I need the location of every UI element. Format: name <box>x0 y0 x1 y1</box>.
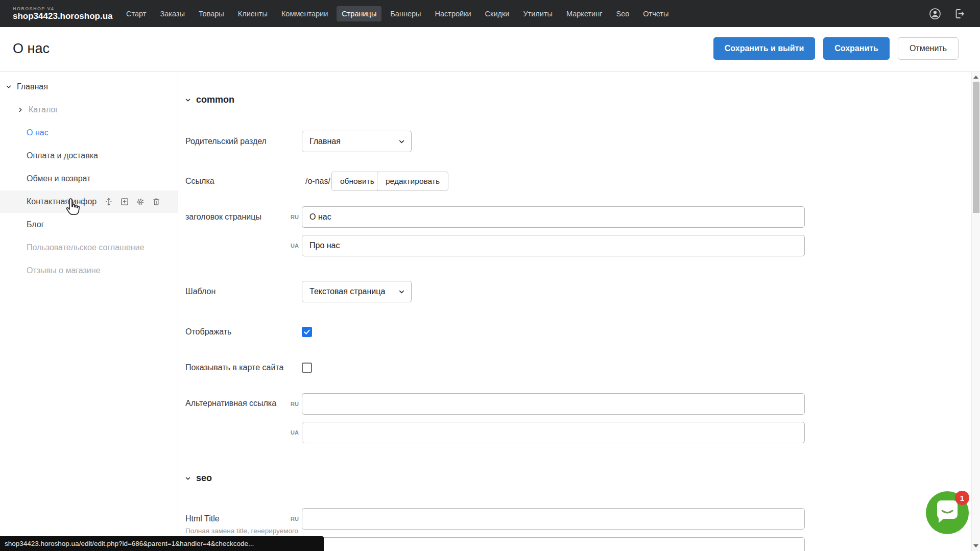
section-seo-title: seo <box>196 473 212 484</box>
chevron-down-icon <box>398 138 405 146</box>
trash-icon[interactable] <box>152 197 161 206</box>
sidebar-item-label: Каталог <box>29 105 58 114</box>
sidebar-item-kontaktnaya[interactable]: Контактная инфор <box>0 190 178 213</box>
nav-seo[interactable]: Seo <box>611 6 635 21</box>
sidebar-item-blog[interactable]: Блог <box>0 213 178 236</box>
chat-unread-badge: 1 <box>955 491 969 505</box>
parent-section-label: Родительский раздел <box>185 136 267 147</box>
sidebar-item-label: Блог <box>27 220 44 229</box>
link-label: Ссылка <box>185 176 214 187</box>
lang-tag-ru: RU <box>283 400 299 408</box>
page-title: О нас <box>13 41 50 57</box>
html-title-label: Html Title <box>185 513 220 524</box>
template-label: Шаблон <box>185 286 216 297</box>
save-and-exit-button[interactable]: Сохранить и выйти <box>713 37 815 60</box>
section-common-title: common <box>196 94 234 105</box>
nav-pages[interactable]: Страницы <box>337 6 381 21</box>
nav-settings[interactable]: Настройки <box>429 6 476 21</box>
sidebar-item-label: О нас <box>27 128 49 137</box>
sidebar-item-label: Обмен и возврат <box>27 174 90 183</box>
sidebar-item-label: Оплата и доставка <box>27 151 98 160</box>
chevron-right-icon[interactable] <box>17 106 24 113</box>
sidebar-item-soglashenie[interactable]: Пользовательское соглашение <box>0 236 178 259</box>
sidebar-item-obmen[interactable]: Обмен и возврат <box>0 167 178 190</box>
html-title-ru-input[interactable] <box>302 508 805 530</box>
html-title-hint: Полная замена title, генерируемого <box>185 526 298 535</box>
section-seo-toggle[interactable]: seo <box>184 473 212 484</box>
scrollbar-up-arrow[interactable] <box>973 76 978 79</box>
logo-domain: shop34423.horoshop.ua <box>13 11 115 21</box>
lang-tag-ru: RU <box>283 213 299 221</box>
alt-link-label: Альтернативная ссылка <box>185 398 276 409</box>
topbar-icons <box>929 8 966 20</box>
lang-tag-ua: UA <box>283 429 299 436</box>
header-buttons: Сохранить и выйти Сохранить Отменить <box>713 37 959 60</box>
sidebar-item-glavnaya[interactable]: Главная <box>0 76 178 98</box>
sidebar-item-otzyvy[interactable]: Отзывы о магазине <box>0 259 178 282</box>
page-header: О нас Сохранить и выйти Сохранить Отмени… <box>0 27 980 72</box>
template-value: Текстовая страница <box>309 287 385 296</box>
topbar: HOROSHOP V4 shop34423.horoshop.ua Старт … <box>0 0 980 27</box>
main-nav: Старт Заказы Товары Клиенты Комментарии … <box>121 6 674 21</box>
lang-tag-ua: UA <box>283 242 299 249</box>
status-url-tooltip: shop34423.horoshop.ua/edit/edit.php?id=6… <box>0 536 324 551</box>
gear-icon[interactable] <box>136 197 145 206</box>
parent-section-value: Главная <box>309 137 341 146</box>
display-checkbox[interactable] <box>302 327 312 337</box>
tree-row-actions <box>104 197 161 206</box>
chevron-down-icon <box>184 475 192 482</box>
chevron-down-icon[interactable] <box>5 83 12 90</box>
chevron-down-icon <box>398 288 405 296</box>
sidebar-item-label: Пользовательское соглашение <box>27 243 144 252</box>
nav-clients[interactable]: Клиенты <box>233 6 273 21</box>
vertical-scrollbar[interactable] <box>971 72 980 551</box>
nav-banners[interactable]: Баннеры <box>385 6 426 21</box>
link-edit-button[interactable]: редактировать <box>377 172 448 191</box>
link-path-value: /o-nas/ <box>305 176 330 187</box>
nav-comments[interactable]: Комментарии <box>276 6 333 21</box>
nav-start[interactable]: Старт <box>121 6 151 21</box>
page-title-field-label: заголовок страницы <box>185 211 261 223</box>
lang-tag-ru: RU <box>283 515 299 522</box>
logout-icon[interactable] <box>953 8 966 20</box>
nav-reports[interactable]: Отчеты <box>638 6 674 21</box>
nav-marketing[interactable]: Маркетинг <box>561 6 608 21</box>
section-common-toggle[interactable]: common <box>184 94 234 105</box>
sidebar-item-katalog[interactable]: Каталог <box>0 99 178 121</box>
logo[interactable]: HOROSHOP V4 shop34423.horoshop.ua <box>13 6 115 21</box>
scrollbar-down-arrow[interactable] <box>973 544 978 547</box>
template-select[interactable]: Текстовая страница <box>302 281 412 302</box>
link-update-button[interactable]: обновить <box>331 172 383 191</box>
save-button[interactable]: Сохранить <box>823 37 890 60</box>
sidebar-item-oplata[interactable]: Оплата и доставка <box>0 145 178 167</box>
alt-link-ua-input[interactable] <box>302 422 805 443</box>
display-label: Отображать <box>185 326 231 338</box>
add-icon[interactable] <box>120 197 129 206</box>
page-title-ru-input[interactable] <box>302 206 805 228</box>
chevron-down-icon <box>184 97 192 104</box>
sidebar-item-label: Отзывы о магазине <box>27 266 101 275</box>
parent-section-select[interactable]: Главная <box>302 131 412 152</box>
nav-products[interactable]: Товары <box>194 6 229 21</box>
cancel-button[interactable]: Отменить <box>898 37 959 60</box>
mouse-cursor-hand <box>63 198 82 218</box>
sidebar-item-label: Контактная инфор <box>27 197 97 206</box>
sitemap-label: Показывать в карте сайта <box>185 362 283 373</box>
sitemap-checkbox[interactable] <box>302 363 312 373</box>
sidebar-item-label: Главная <box>17 82 48 91</box>
nav-discounts[interactable]: Скидки <box>480 6 515 21</box>
move-icon[interactable] <box>104 197 113 206</box>
sidebar-item-o-nas[interactable]: О нас <box>0 122 178 144</box>
account-icon[interactable] <box>929 8 941 20</box>
page-title-ua-input[interactable] <box>302 235 805 256</box>
scrollbar-thumb[interactable] <box>973 82 979 213</box>
nav-orders[interactable]: Заказы <box>155 6 189 21</box>
html-title-ua-input[interactable] <box>302 537 805 551</box>
logo-brand: HOROSHOP V4 <box>13 6 115 11</box>
sidebar-tree: Главная Каталог О нас Оплата и доставка … <box>0 72 178 551</box>
check-icon <box>303 328 311 336</box>
page-edit-form: common Родительский раздел Главная Ссылк… <box>178 72 971 551</box>
nav-utilities[interactable]: Утилиты <box>518 6 558 21</box>
alt-link-ru-input[interactable] <box>302 393 805 415</box>
